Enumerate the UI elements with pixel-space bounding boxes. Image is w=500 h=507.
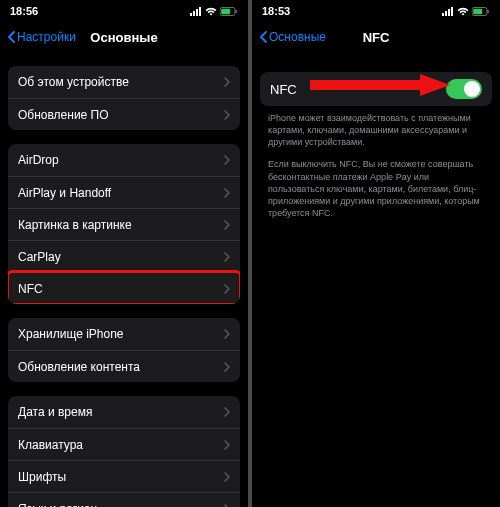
row-label: AirPlay и Handoff bbox=[18, 186, 111, 200]
svg-rect-2 bbox=[196, 9, 198, 16]
group-connectivity: AirDrop AirPlay и Handoff Картинка в кар… bbox=[8, 144, 240, 304]
group-nfc-toggle: NFC bbox=[260, 72, 492, 106]
nfc-description-1: iPhone может взаимодействовать с платежн… bbox=[252, 106, 500, 148]
status-bar: 18:53 bbox=[252, 0, 500, 22]
chevron-right-icon bbox=[224, 284, 230, 294]
row-airplay-handoff[interactable]: AirPlay и Handoff bbox=[8, 176, 240, 208]
svg-rect-7 bbox=[442, 13, 444, 16]
svg-rect-13 bbox=[488, 10, 489, 13]
row-label: Шрифты bbox=[18, 470, 66, 484]
battery-icon bbox=[472, 7, 490, 16]
svg-rect-12 bbox=[473, 8, 482, 14]
svg-rect-8 bbox=[445, 11, 447, 16]
status-bar: 18:56 bbox=[0, 0, 248, 22]
row-label: Клавиатура bbox=[18, 438, 83, 452]
row-pip[interactable]: Картинка в картинке bbox=[8, 208, 240, 240]
toggle-label: NFC bbox=[270, 82, 297, 97]
svg-rect-3 bbox=[199, 7, 201, 16]
svg-rect-9 bbox=[448, 9, 450, 16]
row-label: Язык и регион bbox=[18, 502, 97, 508]
chevron-right-icon bbox=[224, 155, 230, 165]
back-button[interactable]: Настройки bbox=[8, 30, 76, 44]
row-label: AirDrop bbox=[18, 153, 59, 167]
back-label: Настройки bbox=[17, 30, 76, 44]
nav-bar: Основные NFC bbox=[252, 22, 500, 52]
battery-icon bbox=[220, 7, 238, 16]
row-about[interactable]: Об этом устройстве bbox=[8, 66, 240, 98]
group-about: Об этом устройстве Обновление ПО bbox=[8, 66, 240, 130]
svg-rect-1 bbox=[193, 11, 195, 16]
row-carplay[interactable]: CarPlay bbox=[8, 240, 240, 272]
nav-bar: Настройки Основные bbox=[0, 22, 248, 52]
row-label: Дата и время bbox=[18, 405, 92, 419]
chevron-right-icon bbox=[224, 504, 230, 508]
row-keyboard[interactable]: Клавиатура bbox=[8, 428, 240, 460]
phone-left: 18:56 Настройки Основные Об этом устройс… bbox=[0, 0, 248, 507]
row-iphone-storage[interactable]: Хранилище iPhone bbox=[8, 318, 240, 350]
phone-right: 18:53 Основные NFC NFC bbox=[252, 0, 500, 507]
row-label: Обновление контента bbox=[18, 360, 140, 374]
nfc-description-2: Если выключить NFC, Вы не сможете соверш… bbox=[252, 148, 500, 219]
row-airdrop[interactable]: AirDrop bbox=[8, 144, 240, 176]
row-label: CarPlay bbox=[18, 250, 61, 264]
chevron-left-icon bbox=[8, 31, 15, 43]
row-label: NFC bbox=[18, 282, 43, 296]
nfc-settings: NFC iPhone может взаимодействовать с пла… bbox=[252, 52, 500, 507]
chevron-right-icon bbox=[224, 407, 230, 417]
status-indicators bbox=[190, 7, 238, 16]
svg-rect-10 bbox=[451, 7, 453, 16]
wifi-icon bbox=[205, 7, 217, 16]
row-fonts[interactable]: Шрифты bbox=[8, 460, 240, 492]
svg-rect-6 bbox=[236, 10, 237, 13]
row-label: Хранилище iPhone bbox=[18, 327, 124, 341]
chevron-right-icon bbox=[224, 110, 230, 120]
wifi-icon bbox=[457, 7, 469, 16]
status-time: 18:56 bbox=[10, 5, 38, 17]
back-button[interactable]: Основные bbox=[260, 30, 326, 44]
back-label: Основные bbox=[269, 30, 326, 44]
signal-icon bbox=[190, 7, 202, 16]
row-nfc-toggle: NFC bbox=[260, 72, 492, 106]
row-background-refresh[interactable]: Обновление контента bbox=[8, 350, 240, 382]
chevron-right-icon bbox=[224, 252, 230, 262]
nfc-toggle[interactable] bbox=[446, 79, 482, 99]
row-label: Об этом устройстве bbox=[18, 75, 129, 89]
chevron-right-icon bbox=[224, 188, 230, 198]
row-label: Обновление ПО bbox=[18, 108, 109, 122]
chevron-right-icon bbox=[224, 440, 230, 450]
chevron-right-icon bbox=[224, 472, 230, 482]
signal-icon bbox=[442, 7, 454, 16]
row-nfc[interactable]: NFC bbox=[8, 272, 240, 304]
chevron-right-icon bbox=[224, 220, 230, 230]
group-storage: Хранилище iPhone Обновление контента bbox=[8, 318, 240, 382]
svg-rect-5 bbox=[221, 8, 230, 14]
svg-rect-0 bbox=[190, 13, 192, 16]
chevron-right-icon bbox=[224, 329, 230, 339]
chevron-left-icon bbox=[260, 31, 267, 43]
status-indicators bbox=[442, 7, 490, 16]
chevron-right-icon bbox=[224, 362, 230, 372]
status-time: 18:53 bbox=[262, 5, 290, 17]
row-label: Картинка в картинке bbox=[18, 218, 132, 232]
chevron-right-icon bbox=[224, 77, 230, 87]
row-software-update[interactable]: Обновление ПО bbox=[8, 98, 240, 130]
group-locale: Дата и время Клавиатура Шрифты Язык и ре… bbox=[8, 396, 240, 507]
settings-list: Об этом устройстве Обновление ПО AirDrop… bbox=[0, 52, 248, 507]
toggle-knob bbox=[464, 81, 480, 97]
row-date-time[interactable]: Дата и время bbox=[8, 396, 240, 428]
row-language-region[interactable]: Язык и регион bbox=[8, 492, 240, 507]
